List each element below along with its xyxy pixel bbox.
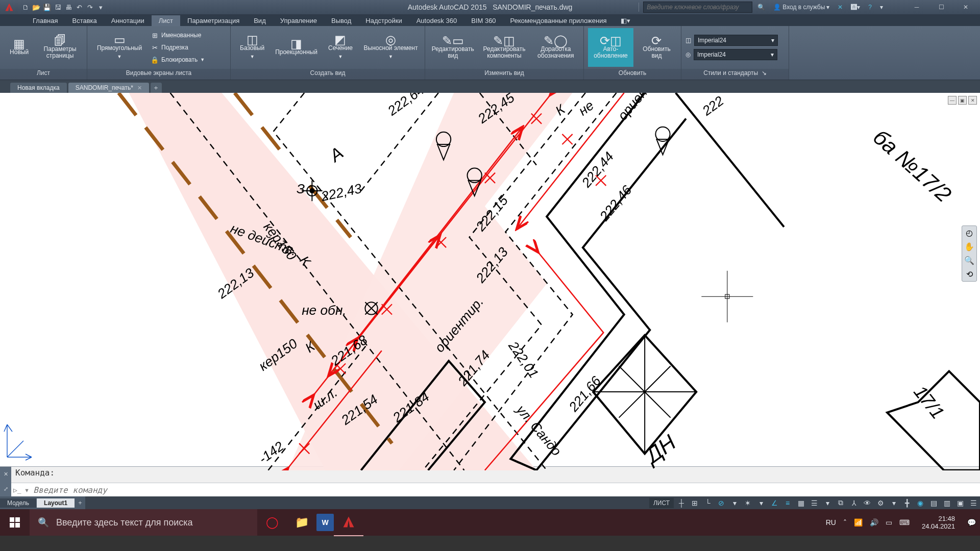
tray-keyboard-icon[interactable]: ⌨	[899, 518, 910, 527]
ribbon-tab-home[interactable]: Главная	[26, 15, 65, 26]
taskbar-app-autocad[interactable]	[334, 509, 363, 536]
close-tab-icon[interactable]: ✕	[137, 85, 142, 91]
chevron-down-icon[interactable]: ▾	[728, 497, 741, 509]
edit-view-button[interactable]: ✎▭Редактировать вид	[429, 28, 476, 67]
tray-wifi-icon[interactable]: 📶	[854, 518, 863, 527]
navigation-bar[interactable]: ◴ ✋ 🔍 ⟲	[962, 226, 977, 282]
command-input[interactable]	[32, 485, 980, 495]
grid-toggle-icon[interactable]: ┼	[675, 497, 688, 509]
cycling-icon[interactable]: ⧉	[834, 497, 847, 509]
qat-open-icon[interactable]: 📂	[31, 2, 41, 12]
help-search-input[interactable]	[643, 2, 752, 13]
maximize-button[interactable]: ☐	[930, 1, 952, 13]
a360-icon[interactable]: 🅰▾	[848, 4, 863, 11]
chevron-down-icon[interactable]: ▾	[754, 497, 768, 509]
tray-notifications-icon[interactable]: 💬	[967, 518, 976, 527]
ortho-toggle-icon[interactable]: └	[701, 497, 715, 509]
taskbar-app-word[interactable]: W	[316, 514, 334, 531]
page-setup-button[interactable]: 🗐Параметры страницы	[37, 28, 83, 67]
vp-close-icon[interactable]: ✕	[968, 96, 977, 105]
quickproperties-icon[interactable]: ╋	[900, 497, 914, 509]
cmd-close-icon[interactable]: ✕	[4, 471, 8, 478]
nav-orbit-icon[interactable]: ⟲	[966, 269, 973, 279]
isolate-icon[interactable]: ▤	[927, 497, 940, 509]
polar-toggle-icon[interactable]: ⊘	[715, 497, 728, 509]
customization-icon[interactable]: ☰	[967, 497, 980, 509]
help-icon[interactable]: ?	[865, 4, 875, 11]
projected-view-button[interactable]: ◨Проекционный	[273, 28, 320, 67]
tray-clock[interactable]: 21:48 24.04.2021	[917, 515, 960, 530]
qat-saveas-icon[interactable]: 🖫	[53, 2, 63, 12]
start-button[interactable]	[0, 509, 30, 536]
update-view-button[interactable]: ⟳Обновить вид	[636, 28, 677, 67]
workspace-gear-icon[interactable]: ⚙	[874, 497, 887, 509]
ribbon-tab-annotate[interactable]: Аннотации	[104, 15, 152, 26]
annotation-visibility-icon[interactable]: 👁	[861, 497, 874, 509]
chevron-down-icon[interactable]: ▾	[887, 497, 900, 509]
cleanscreen-icon[interactable]: ▣	[953, 497, 967, 509]
ribbon-tab-insert[interactable]: Вставка	[65, 15, 104, 26]
file-tab-current[interactable]: SANDOMIR_печать*✕	[68, 83, 149, 93]
help-dropdown-icon[interactable]: ▾	[877, 4, 886, 11]
edit-components-button[interactable]: ✎◫Редактировать компоненты	[479, 28, 529, 67]
auto-update-button[interactable]: ⟳◫Авто- обновление	[588, 28, 633, 67]
ribbon-tab-output[interactable]: Вывод	[324, 15, 358, 26]
ribbon-tab-extra-icon[interactable]: ◧▾	[614, 15, 638, 26]
infocenter-search-button[interactable]: 🔍	[754, 4, 768, 11]
qat-new-icon[interactable]: 🗋	[20, 2, 31, 12]
snap-toggle-icon[interactable]: ⊞	[688, 497, 701, 509]
vp-minimize-icon[interactable]: —	[948, 96, 957, 105]
hardware-accel-icon[interactable]: ◉	[914, 497, 927, 509]
minimize-button[interactable]: ─	[905, 1, 928, 13]
base-view-button[interactable]: ◫Базовый▼	[235, 28, 270, 67]
ribbon-tab-manage[interactable]: Управление	[273, 15, 324, 26]
tray-up-icon[interactable]: ˄	[843, 518, 847, 527]
drawing-area[interactable]: 222,64 222,45 К не ориент 222 А З 222,43…	[0, 93, 980, 466]
file-tab-new[interactable]: Новая вкладка	[10, 83, 67, 93]
isolate2-icon[interactable]: ▥	[940, 497, 953, 509]
drawing-canvas[interactable]: 222,64 222,45 К не ориент 222 А З 222,43…	[0, 93, 980, 470]
nav-pan-icon[interactable]: ✋	[964, 242, 974, 252]
ribbon-tab-bim360[interactable]: BIM 360	[464, 15, 503, 26]
qat-redo-icon[interactable]: ↷	[85, 2, 95, 12]
lock-viewport-button[interactable]: 🔒Блокировать ▼	[151, 54, 205, 65]
qat-undo-icon[interactable]: ↶	[74, 2, 84, 12]
ribbon-tab-a360[interactable]: Autodesk 360	[409, 15, 464, 26]
detail-style-select[interactable]: Imperial24▾	[694, 49, 777, 60]
ribbon-tab-addins[interactable]: Надстройки	[358, 15, 409, 26]
tray-volume-icon[interactable]: 🔊	[870, 518, 878, 527]
section-view-button[interactable]: ◩Сечение▼	[323, 28, 358, 67]
ribbon-tab-featured-apps[interactable]: Рекомендованные приложения	[503, 15, 614, 26]
model-tab[interactable]: Модель	[0, 498, 36, 508]
ribbon-tab-layout[interactable]: Лист	[152, 15, 180, 26]
named-viewports-button[interactable]: ⊞Именованные	[151, 30, 205, 41]
vp-maximize-icon[interactable]: ▣	[958, 96, 967, 105]
ribbon-tab-parametric[interactable]: Параметризация	[180, 15, 247, 26]
qat-plot-icon[interactable]: 🖶	[63, 2, 74, 12]
chevron-down-icon[interactable]: ▾	[821, 497, 834, 509]
tray-lang[interactable]: RU	[826, 518, 836, 527]
taskbar-app-opera[interactable]: ◯	[257, 509, 287, 536]
dialog-launcher-icon[interactable]: ↘	[762, 69, 767, 77]
nav-zoom-icon[interactable]: 🔍	[964, 256, 974, 265]
sign-in-menu[interactable]: 👤Вход в службы▾	[770, 4, 832, 11]
add-file-tab-button[interactable]: ＋	[151, 83, 162, 93]
taskbar-search[interactable]: 🔍 Введите здесь текст для поиска	[30, 509, 257, 536]
rect-viewport-button[interactable]: ▭Прямоугольный▼	[91, 28, 148, 67]
detail-view-button[interactable]: ◎Выносной элемент▼	[361, 28, 421, 67]
app-logo[interactable]	[2, 0, 16, 14]
clip-viewport-button[interactable]: ✂Подрезка	[151, 42, 205, 53]
nav-wheel-icon[interactable]: ◴	[966, 228, 973, 238]
exchange-apps-icon[interactable]: ✕	[835, 4, 846, 11]
osnap-toggle-icon[interactable]: ✶	[741, 497, 754, 509]
transparency-toggle-icon[interactable]: ▦	[794, 497, 807, 509]
taskbar-app-explorer[interactable]: 📁	[287, 509, 316, 536]
lineweight-toggle-icon[interactable]: ≡	[781, 497, 794, 509]
tray-battery-icon[interactable]: ▭	[886, 518, 892, 527]
layout1-tab[interactable]: Layout1	[37, 498, 75, 508]
lineweight-menu-icon[interactable]: ☰	[807, 497, 821, 509]
qat-save-icon[interactable]: 💾	[42, 2, 52, 12]
otrack-toggle-icon[interactable]: ∠	[768, 497, 781, 509]
cmd-prompt-icon[interactable]: ▷_	[13, 486, 21, 494]
close-button[interactable]: ✕	[954, 1, 977, 13]
